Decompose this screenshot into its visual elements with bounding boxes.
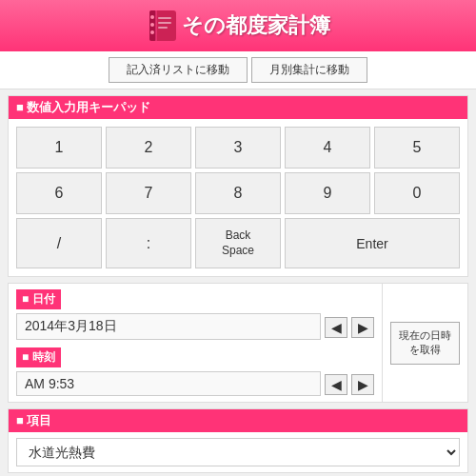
svg-rect-6 xyxy=(158,17,171,19)
item-section-header: 項目 xyxy=(9,409,467,432)
svg-point-3 xyxy=(150,15,154,19)
datetime-left: 日付 2014年3月18日 ◀ ▶ 時刻 AM 9:53 ◀ ▶ xyxy=(9,284,382,402)
nav-bar: 記入済リストに移動 月別集計に移動 xyxy=(0,51,476,89)
time-value: AM 9:53 xyxy=(16,371,321,396)
date-next-btn[interactable]: ▶ xyxy=(351,317,374,338)
page-title: その都度家計簿 xyxy=(182,11,330,40)
datetime-right: 現在の日時を取得 xyxy=(382,284,467,402)
key-0[interactable]: 0 xyxy=(374,172,460,214)
key-backspace[interactable]: BackSpace xyxy=(195,218,281,268)
svg-point-5 xyxy=(150,30,154,34)
keypad-section: 数値入力用キーパッド 1 2 3 4 5 6 7 8 9 0 / : BackS… xyxy=(8,95,468,277)
date-prev-btn[interactable]: ◀ xyxy=(325,317,347,338)
key-slash[interactable]: / xyxy=(16,218,102,268)
key-4[interactable]: 4 xyxy=(285,127,370,169)
datetime-inner: 日付 2014年3月18日 ◀ ▶ 時刻 AM 9:53 ◀ ▶ xyxy=(9,284,467,402)
nav-monthly-btn[interactable]: 月別集計に移動 xyxy=(251,57,367,83)
get-datetime-btn[interactable]: 現在の日時を取得 xyxy=(390,322,460,365)
header: その都度家計簿 xyxy=(0,0,476,51)
book-icon xyxy=(146,8,182,44)
key-2[interactable]: 2 xyxy=(106,127,191,169)
svg-rect-8 xyxy=(158,27,168,29)
key-3[interactable]: 3 xyxy=(195,127,281,169)
nav-list-btn[interactable]: 記入済リストに移動 xyxy=(109,57,248,83)
time-label: 時刻 xyxy=(16,347,61,367)
svg-point-4 xyxy=(150,23,154,27)
keypad-section-header: 数値入力用キーパッド xyxy=(9,96,467,119)
time-prev-btn[interactable]: ◀ xyxy=(325,374,347,395)
time-arrows: ◀ ▶ xyxy=(325,374,374,395)
key-1[interactable]: 1 xyxy=(16,127,102,169)
keypad-grid: 1 2 3 4 5 6 7 8 9 0 / : BackSpace Enter xyxy=(9,119,467,276)
item-section: 項目 水道光熱費 食費 交通費 医療費 娯楽費 衣料費 日用品 その他 xyxy=(8,408,468,473)
key-8[interactable]: 8 xyxy=(195,172,281,214)
key-7[interactable]: 7 xyxy=(106,172,191,214)
date-value: 2014年3月18日 xyxy=(16,313,321,340)
key-enter[interactable]: Enter xyxy=(285,218,460,268)
date-arrows: ◀ ▶ xyxy=(325,317,374,338)
key-colon[interactable]: : xyxy=(106,218,191,268)
time-next-btn[interactable]: ▶ xyxy=(351,374,374,395)
svg-rect-7 xyxy=(158,22,171,24)
key-6[interactable]: 6 xyxy=(16,172,102,214)
key-5[interactable]: 5 xyxy=(374,127,460,169)
key-9[interactable]: 9 xyxy=(285,172,370,214)
item-select[interactable]: 水道光熱費 食費 交通費 医療費 娯楽費 衣料費 日用品 その他 xyxy=(16,438,460,466)
date-label: 日付 xyxy=(16,289,61,309)
datetime-section: 日付 2014年3月18日 ◀ ▶ 時刻 AM 9:53 ◀ ▶ xyxy=(8,283,468,403)
